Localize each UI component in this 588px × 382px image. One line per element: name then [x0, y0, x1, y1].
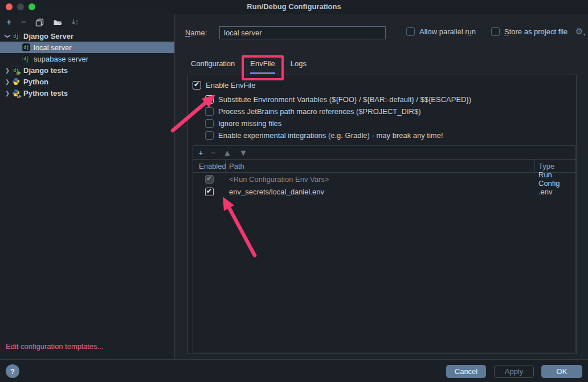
chevron-right-icon[interactable]: ❯	[3, 67, 12, 74]
tree-item-python[interactable]: ❯ Python	[0, 76, 174, 87]
sidebar-toolbar: + − az	[0, 14, 174, 30]
process-path-macro-checkbox[interactable]: Process JetBrains path macro references …	[205, 107, 420, 116]
ignore-missing-files-checkbox[interactable]: Ignore missing files	[205, 119, 281, 128]
ok-button[interactable]: OK	[541, 365, 582, 378]
table-row[interactable]: env_secrets/local_daniel.env .env	[193, 185, 575, 198]
move-down-icon[interactable]: ▼	[239, 148, 247, 157]
run-debug-configurations-dialog: Run/Debug Configurations + − az ❯ Django…	[0, 0, 588, 382]
envfile-tab-content: Enable EnvFile Substitute Environment Va…	[187, 75, 577, 354]
checkbox[interactable]	[406, 27, 415, 36]
tree-item-local-server[interactable]: local server	[0, 42, 174, 53]
tab-configuration[interactable]: Configuration	[191, 59, 235, 74]
move-up-icon[interactable]: ▲	[223, 148, 232, 157]
experimental-integrations-checkbox[interactable]: Enable experimental integrations (e.g. G…	[205, 131, 443, 140]
name-label: Name:	[185, 29, 207, 37]
name-input[interactable]	[219, 26, 386, 39]
checkbox[interactable]	[205, 119, 214, 128]
checkbox[interactable]	[205, 131, 214, 140]
chevron-right-icon[interactable]: ❯	[3, 90, 12, 96]
configurations-sidebar: + − az ❯ Django Server local server supa…	[0, 14, 175, 359]
chevron-right-icon[interactable]: ❯	[3, 79, 12, 85]
python-tests-icon	[12, 89, 20, 97]
tree-item-django-tests[interactable]: ❯ Django tests	[0, 64, 174, 76]
django-icon	[22, 55, 30, 63]
copy-configuration-icon[interactable]	[35, 18, 44, 27]
window-title: Run/Debug Configurations	[0, 2, 588, 11]
env-files-table: + − ▲ ▼ Enabled Path Type <Run Configura…	[193, 145, 576, 352]
store-settings-gear-icon[interactable]: ⚙▾	[575, 26, 583, 36]
checkbox	[205, 175, 214, 184]
sort-alphabetically-icon[interactable]: az	[71, 18, 79, 26]
tab-logs[interactable]: Logs	[291, 59, 307, 74]
add-configuration-icon[interactable]: +	[6, 18, 11, 27]
substitute-env-vars-checkbox[interactable]: Substitute Environment Variables (${FOO}…	[205, 95, 471, 104]
column-header-path[interactable]: Path	[226, 160, 535, 172]
django-tests-icon	[12, 66, 20, 74]
column-header-enabled[interactable]: Enabled	[193, 160, 226, 172]
apply-button[interactable]: Apply	[494, 365, 534, 378]
remove-env-file-icon[interactable]: −	[211, 148, 216, 157]
cancel-button[interactable]: Cancel	[446, 365, 486, 378]
django-icon	[22, 43, 30, 51]
dialog-footer: ? Cancel Apply OK	[0, 359, 588, 382]
tab-envfile[interactable]: EnvFile	[250, 59, 275, 74]
edit-configuration-templates-link[interactable]: Edit configuration templates...	[6, 342, 103, 351]
django-icon	[12, 32, 20, 40]
enable-envfile-checkbox[interactable]: Enable EnvFile	[193, 81, 255, 90]
tree-item-supabase-server[interactable]: supabase server	[0, 53, 174, 64]
checkbox[interactable]	[205, 188, 214, 196]
svg-text:a: a	[76, 19, 78, 22]
new-folder-icon[interactable]	[53, 18, 62, 26]
remove-configuration-icon[interactable]: −	[21, 18, 26, 27]
tree-item-python-tests[interactable]: ❯ Python tests	[0, 87, 174, 99]
store-as-project-file-checkbox[interactable]: Store as project file	[491, 27, 567, 36]
table-header: Enabled Path Type	[193, 160, 575, 173]
allow-parallel-run-checkbox[interactable]: Allow parallel run	[406, 27, 476, 36]
help-button[interactable]: ?	[6, 364, 19, 378]
configuration-tabs: Configuration EnvFile Logs	[191, 59, 307, 75]
checkbox[interactable]	[205, 107, 214, 116]
svg-text:z: z	[76, 22, 77, 26]
table-row[interactable]: <Run Configuration Env Vars> Run Config	[193, 173, 575, 185]
table-toolbar: + − ▲ ▼	[193, 146, 575, 160]
title-bar: Run/Debug Configurations	[0, 0, 588, 14]
add-env-file-icon[interactable]: +	[198, 148, 203, 157]
python-icon	[12, 78, 20, 86]
checkbox[interactable]	[193, 81, 201, 90]
checkbox[interactable]	[205, 95, 214, 104]
checkbox[interactable]	[491, 27, 500, 36]
tree-item-django-server[interactable]: ❯ Django Server	[0, 30, 174, 42]
chevron-down-icon[interactable]: ❯	[5, 31, 11, 40]
